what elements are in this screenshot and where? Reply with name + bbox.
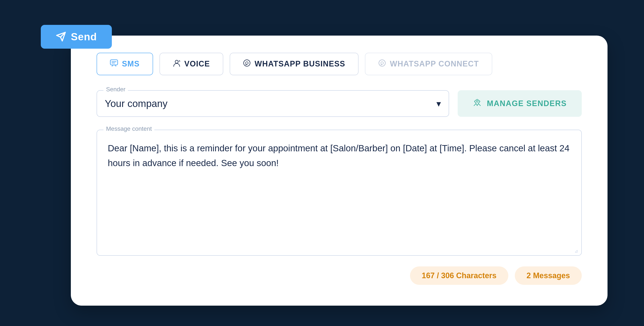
tab-sms[interactable]: SMS <box>96 53 153 75</box>
manage-senders-label: MANAGE SENDERS <box>487 99 567 108</box>
send-label: Send <box>71 31 97 43</box>
sender-select[interactable]: Your company <box>105 96 441 111</box>
voice-icon <box>173 59 180 69</box>
tab-whatsapp-connect-label: WHATSAPP CONNECT <box>390 59 479 68</box>
svg-rect-0 <box>110 60 118 65</box>
tab-voice-label: VOICE <box>184 59 210 68</box>
svg-point-3 <box>175 60 178 63</box>
characters-badge: 167 / 306 Characters <box>410 266 508 285</box>
send-button[interactable]: Send <box>41 25 112 49</box>
send-icon <box>56 31 66 42</box>
message-textarea[interactable]: Dear [Name], this is a reminder for your… <box>108 141 570 244</box>
sender-dropdown-container: Sender Your company ▾ <box>96 90 449 117</box>
manage-senders-icon <box>473 98 482 109</box>
manage-senders-button[interactable]: MANAGE SENDERS <box>458 90 582 117</box>
tab-whatsapp-business-label: WHATSAPP BUSINESS <box>254 59 345 68</box>
svg-point-5 <box>244 60 250 66</box>
message-wrapper: Message content Dear [Name], this is a r… <box>96 130 582 256</box>
messages-badge: 2 Messages <box>515 266 582 285</box>
sms-icon <box>110 59 118 69</box>
whatsapp-business-icon <box>243 59 251 69</box>
tab-sms-label: SMS <box>122 59 140 68</box>
tab-voice[interactable]: VOICE <box>160 53 224 75</box>
main-card: SMS VOICE <box>71 36 608 306</box>
tabs-row: SMS VOICE <box>96 53 582 75</box>
svg-point-6 <box>379 60 385 66</box>
sender-label: Sender <box>104 86 128 93</box>
svg-point-7 <box>476 101 478 102</box>
sender-wrapper: Sender Your company ▾ MANAGE SENDERS <box>96 90 582 117</box>
message-label: Message content <box>104 125 154 132</box>
outer-wrapper: Send SMS <box>32 18 612 308</box>
tab-whatsapp-business[interactable]: WHATSAPP BUSINESS <box>230 53 358 75</box>
whatsapp-connect-icon <box>378 59 386 69</box>
stats-row: 167 / 306 Characters 2 Messages <box>96 266 582 285</box>
resize-handle-icon: ⊿ <box>574 248 580 254</box>
tab-whatsapp-connect[interactable]: WHATSAPP CONNECT <box>365 53 492 75</box>
